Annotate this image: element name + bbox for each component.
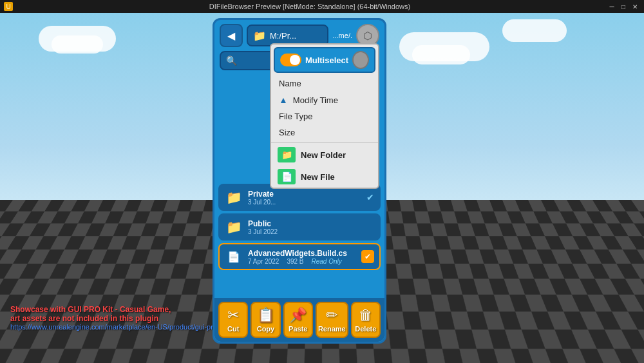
sort-option-name[interactable]: Name xyxy=(271,75,378,92)
paste-icon: 📌 xyxy=(289,307,307,324)
new-file-label: New File xyxy=(301,172,335,182)
cut-icon: ✂ xyxy=(227,307,239,324)
delete-label: Delete xyxy=(355,325,376,333)
file-name-private: Private xyxy=(248,190,361,199)
sort-size-label: Size xyxy=(279,128,295,137)
maximize-button[interactable]: □ xyxy=(618,2,629,11)
new-folder-label: New Folder xyxy=(301,150,346,160)
multiselect-header: Multiselect xyxy=(274,47,375,73)
sort-divider xyxy=(271,142,378,142)
file-item-build-cs[interactable]: 📄 AdvancedWidgets.Build.cs 7 Apr 2022 39… xyxy=(218,243,381,270)
folder-icon-private: 📁 xyxy=(225,188,243,206)
sort-modify-time-label: Modify Time xyxy=(293,95,338,105)
window-title: DIFileBrowser Preview [NetMode: Standalo… xyxy=(13,3,607,10)
copy-label: Copy xyxy=(257,325,275,333)
toggle-knob xyxy=(290,55,300,65)
sort-option-modify-time[interactable]: ▲ Modify Time xyxy=(271,92,378,108)
minimize-button[interactable]: ─ xyxy=(607,2,617,11)
file-size-build-cs: 392 B xyxy=(287,258,303,265)
copy-icon: 📋 xyxy=(257,307,274,324)
file-item-public[interactable]: 📁 Public 3 Jul 2022 xyxy=(218,213,381,240)
multiselect-toggle[interactable] xyxy=(280,54,301,66)
window-controls: ─ □ ✕ xyxy=(607,2,640,11)
sort-option-file-type[interactable]: File Type xyxy=(271,108,378,124)
file-browser-panel: ◀ 📁 M:/Pr... ...me/. ⬡ 🔍 Multiselect Nam xyxy=(213,18,386,344)
search-icon: 🔍 xyxy=(226,55,237,66)
cut-label: Cut xyxy=(227,325,239,333)
paste-button[interactable]: 📌 Paste xyxy=(283,302,313,338)
cloud-3 xyxy=(502,19,567,42)
multiselect-label: Multiselect xyxy=(305,55,348,65)
file-info-private: Private 3 Jul 20... xyxy=(248,190,361,206)
cloud-5 xyxy=(412,45,470,64)
copy-button[interactable]: 📋 Copy xyxy=(251,302,280,338)
titlebar: U DIFileBrowser Preview [NetMode: Standa… xyxy=(0,0,644,13)
path-value: M:/Pr... xyxy=(270,31,296,41)
user-avatar xyxy=(352,51,369,69)
cloud-2 xyxy=(52,35,103,54)
modify-time-arrow: ▲ xyxy=(279,95,288,105)
sort-name-label: Name xyxy=(279,79,301,88)
back-button[interactable]: ◀ xyxy=(220,24,243,47)
sort-dropdown: Multiselect Name ▲ Modify Time File Type… xyxy=(270,43,379,189)
rename-button[interactable]: ✏ Rename xyxy=(316,302,348,338)
file-info-public: Public 3 Jul 2022 xyxy=(248,219,374,235)
file-meta-private: 3 Jul 20... xyxy=(248,199,361,206)
file-name-public: Public xyxy=(248,219,374,228)
file-name-build-cs: AdvancedWidgets.Build.cs xyxy=(248,249,356,258)
file-meta-row-build-cs: 7 Apr 2022 392 B Read Only xyxy=(248,258,356,265)
delete-icon: 🗑 xyxy=(359,307,373,324)
rename-label: Rename xyxy=(318,325,346,333)
file-readonly-badge: Read Only xyxy=(312,258,342,265)
file-date-build-cs: 7 Apr 2022 xyxy=(248,258,279,265)
path-suffix: ...me/. xyxy=(332,32,352,39)
delete-button[interactable]: 🗑 Delete xyxy=(351,302,381,338)
folder-icon: 📁 xyxy=(253,30,266,42)
rename-icon: ✏ xyxy=(326,307,337,324)
new-file-icon: 📄 xyxy=(278,169,296,184)
file-selected-check: ✔ xyxy=(361,250,374,263)
folder-checkmark-private: ✔ xyxy=(366,192,374,202)
paste-label: Paste xyxy=(289,325,307,333)
new-folder-icon: 📁 xyxy=(278,147,296,162)
close-button[interactable]: ✕ xyxy=(630,2,640,11)
new-file-option[interactable]: 📄 New File xyxy=(271,166,378,188)
cut-button[interactable]: ✂ Cut xyxy=(218,302,248,338)
app-icon: U xyxy=(4,2,13,11)
file-icon-build-cs: 📄 xyxy=(225,248,243,266)
file-meta-public: 3 Jul 2022 xyxy=(248,228,374,235)
bottom-toolbar: ✂ Cut 📋 Copy 📌 Paste ✏ Rename 🗑 Delete xyxy=(214,298,384,342)
folder-icon-public: 📁 xyxy=(225,218,243,236)
new-folder-option[interactable]: 📁 New Folder xyxy=(271,144,378,166)
file-info-build-cs: AdvancedWidgets.Build.cs 7 Apr 2022 392 … xyxy=(248,249,356,265)
sort-option-size[interactable]: Size xyxy=(271,124,378,141)
sort-file-type-label: File Type xyxy=(279,112,313,121)
file-list: 📁 Private 3 Jul 20... ✔ 📁 Public 3 Jul 2… xyxy=(214,182,384,298)
